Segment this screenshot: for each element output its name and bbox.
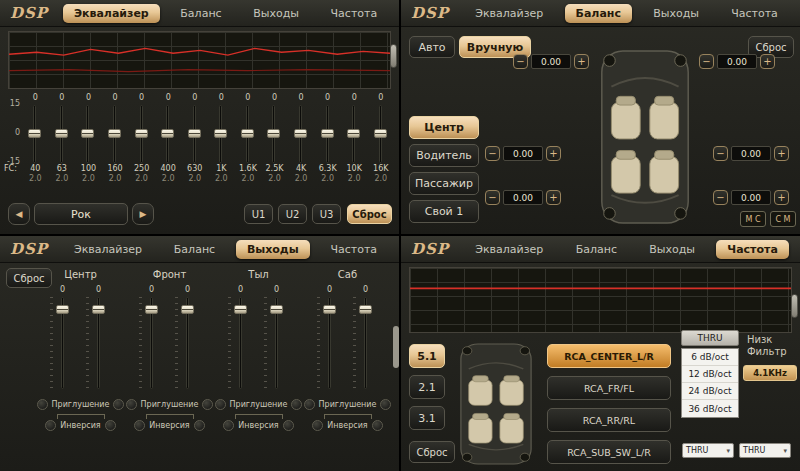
band-slider[interactable] [181,104,208,164]
tab-frequency[interactable]: Частота [320,4,389,23]
slider-handle[interactable] [359,305,372,314]
level-slider[interactable]: 0 [144,285,160,391]
user-memory-button[interactable]: U3 [312,204,341,224]
graph-scroll-handle[interactable] [390,44,397,68]
slope-option[interactable]: 12 dB/oct [682,366,738,383]
rca-channel-button[interactable]: RCA_CENTER_L/R [547,344,671,368]
mute-toggle-left[interactable] [37,399,48,410]
mute-toggle-right[interactable] [380,399,391,410]
tab-equalizer[interactable]: Эквалайзер [464,240,554,259]
scroll-handle[interactable] [393,326,399,368]
slope-option[interactable]: 24 dB/oct [682,383,738,400]
mute-toggle-right[interactable] [291,399,302,410]
rca-channel-button[interactable]: RCA_SUB_SW_L/R [547,440,671,464]
sub-filter-select-right[interactable]: THRU ▾ [739,443,791,458]
plus-button[interactable]: + [574,54,589,69]
frequency-reset-button[interactable]: Сброс [409,441,455,463]
mute-toggle-left[interactable] [304,399,315,410]
preset-name-button[interactable]: Рок [34,203,128,225]
band-slider[interactable] [314,104,341,164]
band-slider[interactable] [261,104,288,164]
plus-button[interactable]: + [774,190,789,205]
speaker-mode-button[interactable]: 3.1 [409,406,445,430]
rca-channel-button[interactable]: RCA_RR/RL [547,408,671,432]
invert-toggle-right[interactable] [283,420,294,431]
slider-handle[interactable] [294,129,307,138]
slider-handle[interactable] [92,305,105,314]
invert-toggle-left[interactable] [134,420,145,431]
band-slider[interactable] [341,104,368,164]
invert-toggle-left[interactable] [223,420,234,431]
minus-button[interactable]: − [513,54,528,69]
user-memory-button[interactable]: U1 [244,204,273,224]
listening-position-button[interactable]: Водитель [409,144,479,167]
sub-filter-select-left[interactable]: THRU ▾ [682,443,734,458]
cm-button[interactable]: C M [770,211,796,227]
slider-handle[interactable] [270,305,283,314]
plus-button[interactable]: + [760,54,775,69]
band-slider[interactable] [235,104,262,164]
band-slider[interactable] [368,104,395,164]
tab-outputs[interactable]: Выходы [236,240,310,259]
mute-toggle-right[interactable] [202,399,213,410]
mute-toggle-right[interactable] [113,399,124,410]
plus-button[interactable]: + [774,146,789,161]
tab-balance[interactable]: Баланс [565,4,632,23]
minus-button[interactable]: − [485,190,500,205]
mc-button[interactable]: M C [740,211,766,227]
slider-handle[interactable] [321,129,334,138]
slider-handle[interactable] [188,129,201,138]
tab-balance[interactable]: Баланс [163,240,226,259]
band-slider[interactable] [288,104,315,164]
plus-button[interactable]: + [546,190,561,205]
slider-handle[interactable] [108,129,121,138]
slope-select[interactable]: THRU [681,330,739,346]
invert-toggle-left[interactable] [45,420,56,431]
tab-balance[interactable]: Баланс [169,4,232,23]
listening-position-button[interactable]: Свой 1 [409,200,479,223]
tab-equalizer[interactable]: Эквалайзер [63,240,153,259]
tab-outputs[interactable]: Выходы [642,4,710,23]
graph-scroll-handle[interactable] [791,294,798,318]
band-slider[interactable] [102,104,129,164]
slider-handle[interactable] [145,305,158,314]
listening-position-button[interactable]: Пассажир [409,172,479,195]
level-slider[interactable]: 0 [322,285,338,391]
slider-handle[interactable] [347,129,360,138]
invert-toggle-right[interactable] [372,420,383,431]
slider-handle[interactable] [56,305,69,314]
plus-button[interactable]: + [546,146,561,161]
tab-frequency[interactable]: Частота [716,240,789,259]
tab-outputs[interactable]: Выходы [638,240,706,259]
level-slider[interactable]: 0 [269,285,285,391]
slider-handle[interactable] [181,305,194,314]
slope-option[interactable]: 6 dB/oct [682,349,738,366]
minus-button[interactable]: − [713,146,728,161]
slider-handle[interactable] [241,129,254,138]
slider-handle[interactable] [234,305,247,314]
slope-option[interactable]: 36 dB/oct [682,400,738,417]
mute-toggle-left[interactable] [215,399,226,410]
slider-handle[interactable] [28,129,41,138]
slider-handle[interactable] [374,129,387,138]
tab-equalizer[interactable]: Эквалайзер [464,4,554,23]
preset-next-button[interactable]: ▶ [132,203,154,225]
level-slider[interactable]: 0 [233,285,249,391]
tab-outputs[interactable]: Выходы [242,4,310,23]
tab-equalizer[interactable]: Эквалайзер [63,4,160,23]
crossover-frequency-value[interactable]: 4.1KHz [743,365,797,381]
mute-toggle-left[interactable] [126,399,137,410]
level-slider[interactable]: 0 [55,285,71,391]
speaker-mode-button[interactable]: 2.1 [409,375,445,399]
band-slider[interactable] [155,104,182,164]
invert-toggle-left[interactable] [312,420,323,431]
tab-frequency[interactable]: Частота [319,240,388,259]
slider-handle[interactable] [55,129,68,138]
rca-channel-button[interactable]: RCA_FR/FL [547,376,671,400]
band-slider[interactable] [49,104,76,164]
slider-handle[interactable] [135,129,148,138]
invert-toggle-right[interactable] [194,420,205,431]
slider-handle[interactable] [323,305,336,314]
tab-frequency[interactable]: Частота [720,4,789,23]
slider-handle[interactable] [267,129,280,138]
